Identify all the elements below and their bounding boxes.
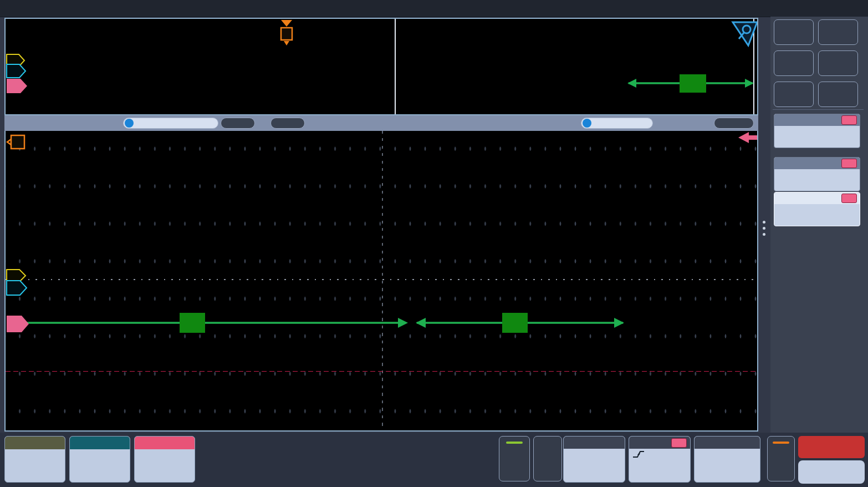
math-ref-bus-button[interactable] <box>533 436 562 481</box>
measurement-name <box>774 126 860 126</box>
channel-3-badge[interactable] <box>134 436 195 483</box>
measurement-card-8[interactable] <box>774 192 860 226</box>
t2-label-box <box>502 313 528 333</box>
graticule-traces <box>6 131 757 430</box>
measurement-name <box>774 169 860 170</box>
channel-3-label <box>135 437 195 449</box>
zoom-scale-value-pill[interactable] <box>123 118 218 129</box>
horizontal-panel[interactable] <box>563 436 625 483</box>
trigger-position-flag[interactable] <box>281 20 292 45</box>
trigger-source-tag[interactable] <box>7 135 24 149</box>
knob-b-badge <box>583 119 591 128</box>
zoom-close-button[interactable] <box>714 118 754 129</box>
t1-label-box <box>180 313 205 333</box>
channel-2-label <box>70 437 130 449</box>
t2-arrowhead-right <box>614 318 624 328</box>
right-sidebar <box>770 17 868 434</box>
overview-channel-tags <box>7 54 27 93</box>
rf-button[interactable] <box>767 436 795 481</box>
ch4-color-bar <box>506 442 523 444</box>
menu-bar <box>0 0 868 17</box>
trigger-flag-box <box>281 28 292 40</box>
datetime-display <box>798 460 865 484</box>
t3-annotation <box>627 74 754 93</box>
trigger-panel[interactable] <box>629 436 691 483</box>
channel-1-label <box>5 437 65 449</box>
trigger-flag-triangle <box>281 20 292 27</box>
preview-button[interactable] <box>798 436 865 458</box>
results-table-button[interactable] <box>818 50 858 76</box>
more-button[interactable] <box>818 82 858 107</box>
graticule-channel-tags <box>7 270 29 332</box>
sidebar-divider <box>773 109 864 110</box>
box-zoom-button[interactable] <box>774 82 814 107</box>
channel-1-badge[interactable] <box>4 436 65 483</box>
t3-arrowhead-left <box>627 79 636 88</box>
main-graticule[interactable] <box>4 131 758 432</box>
channel-2-badge[interactable] <box>69 436 130 483</box>
measure-button[interactable] <box>818 19 858 45</box>
knob-a-badge <box>125 119 134 128</box>
rf-color-bar <box>773 442 789 444</box>
channel-4-button[interactable] <box>499 436 530 481</box>
measurement-source-badge <box>841 194 857 203</box>
waveform-overview[interactable] <box>4 18 758 115</box>
trigger-source-badge <box>671 438 687 448</box>
measurement-card-7[interactable] <box>774 157 860 191</box>
zoom-out-button[interactable] <box>270 118 305 129</box>
measurement-source-badge <box>841 159 857 168</box>
panel-drag-handle[interactable] <box>763 221 766 239</box>
ch1-tag[interactable] <box>7 270 25 282</box>
overview-traces <box>6 19 757 114</box>
cursor-button[interactable] <box>774 19 814 45</box>
measurement-card-1[interactable] <box>774 114 860 148</box>
measurement-name <box>774 204 860 205</box>
zoom-in-button[interactable] <box>221 118 255 129</box>
t2-arrowhead-left <box>416 318 426 328</box>
expansion-point-arrow[interactable] <box>738 132 757 143</box>
ch2-tag-overview[interactable] <box>7 64 25 78</box>
zoom-position-value-pill[interactable] <box>581 118 653 129</box>
measurement-source-badge <box>841 115 857 125</box>
t1-annotation <box>10 313 408 333</box>
sidebar-button-grid <box>774 19 858 107</box>
t3-label-box <box>680 74 706 93</box>
acquisition-panel[interactable] <box>694 436 760 483</box>
ch2-tag[interactable] <box>7 281 27 295</box>
ch3-tag-overview[interactable] <box>7 79 27 93</box>
t2-annotation <box>416 313 624 333</box>
t3-arrowhead-right <box>745 79 754 88</box>
ch3-tag[interactable] <box>7 316 29 332</box>
rising-edge-icon <box>632 450 645 459</box>
search-button[interactable] <box>774 50 814 76</box>
zoom-control-bar <box>4 115 758 131</box>
t1-arrowhead-right <box>398 318 408 328</box>
trigger-flag-notch <box>284 41 289 45</box>
